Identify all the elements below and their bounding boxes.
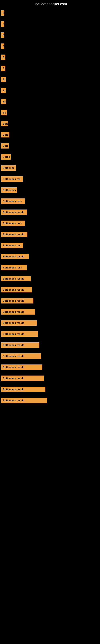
list-item: Bottleneck res xyxy=(1,176,100,182)
items-container: PEBBBoBoBoBoBoBoBottBottlBottBottleBottl… xyxy=(0,10,100,409)
list-item: Bottlenec xyxy=(1,165,100,171)
list-item: Bo xyxy=(1,77,100,82)
list-item: Bottleneck result xyxy=(1,287,100,292)
bottleneck-label: Bottl xyxy=(1,132,9,138)
bottleneck-label: B xyxy=(1,44,4,49)
bottleneck-label: Bo xyxy=(1,54,5,60)
bottleneck-label: Bottleneck result xyxy=(1,320,37,326)
list-item: Bottleneck resu xyxy=(1,265,100,270)
list-item: Bo xyxy=(1,54,100,60)
bottleneck-label: Bottleneck resu xyxy=(1,220,25,226)
list-item: B xyxy=(1,44,100,49)
list-item: Bottleneck result xyxy=(1,254,100,259)
bottleneck-label: Bottleneck result xyxy=(1,331,38,337)
bottleneck-label: Bo xyxy=(1,77,6,82)
bottleneck-label: Bottleneck result xyxy=(1,398,47,403)
bottleneck-label: Bo xyxy=(1,99,6,104)
bottleneck-label: Bottleneck result xyxy=(1,298,33,304)
list-item: Bottleneck result xyxy=(1,386,100,392)
list-item: Bottleneck result xyxy=(1,320,100,326)
list-item: Bottleneck result xyxy=(1,298,100,304)
list-item: Bottleneck result xyxy=(1,354,100,359)
bottleneck-label: Bott xyxy=(1,121,8,126)
bottleneck-label: Bottleneck result xyxy=(1,287,32,292)
bottleneck-label: Bottleneck result xyxy=(1,354,41,359)
bottleneck-label: Bottleneck result xyxy=(1,386,46,392)
bottleneck-label: B xyxy=(1,32,4,38)
bottleneck-label: Bo xyxy=(1,110,7,115)
bottleneck-label: Bo xyxy=(1,88,6,93)
list-item: Bo xyxy=(1,66,100,71)
list-item: B xyxy=(1,32,100,38)
bottleneck-label: Bottleneck resu xyxy=(1,265,27,270)
list-item: E xyxy=(1,21,100,27)
list-item: Bottl xyxy=(1,132,100,138)
bottleneck-label: Bottleneck result xyxy=(1,309,35,314)
list-item: Bottleneck result xyxy=(1,232,100,237)
list-item: Bottle xyxy=(1,154,100,160)
bottleneck-label: Bottle xyxy=(1,154,11,160)
list-item: Bott xyxy=(1,121,100,126)
bottleneck-label: Bottleneck result xyxy=(1,254,29,259)
list-item: Bo xyxy=(1,110,100,115)
bottleneck-label: Bottleneck resu xyxy=(1,198,25,204)
list-item: Bottleneck result xyxy=(1,276,100,281)
bottleneck-label: Bottleneck result xyxy=(1,364,42,370)
list-item: Bottleneck res xyxy=(1,243,100,248)
bottleneck-label: Bottleneck result xyxy=(1,376,44,381)
list-item: P xyxy=(1,10,100,16)
list-item: Bottleneck resu xyxy=(1,220,100,226)
bottleneck-label: Bottleneck result xyxy=(1,342,39,348)
bottleneck-label: Bottleneck xyxy=(1,187,17,193)
bottleneck-label: Bottleneck result xyxy=(1,232,27,237)
list-item: Bottleneck result xyxy=(1,210,100,215)
list-item: Bottleneck result xyxy=(1,309,100,314)
bottleneck-label: Bottleneck result xyxy=(1,210,27,215)
list-item: Bottleneck result xyxy=(1,331,100,337)
bottleneck-label: E xyxy=(1,21,4,27)
bottleneck-label: Bo xyxy=(1,66,5,71)
bottleneck-label: Bottleneck result xyxy=(1,276,31,281)
list-item: Bottleneck result xyxy=(1,364,100,370)
bottleneck-label: Bott xyxy=(1,143,9,148)
list-item: Bottleneck resu xyxy=(1,198,100,204)
list-item: Bottleneck result xyxy=(1,342,100,348)
list-item: Bottleneck result xyxy=(1,376,100,381)
bottleneck-label: P xyxy=(1,10,4,16)
list-item: Bo xyxy=(1,88,100,93)
list-item: Bottleneck result xyxy=(1,398,100,403)
list-item: Bott xyxy=(1,143,100,148)
list-item: Bo xyxy=(1,99,100,104)
site-title: TheBottlenecker.com xyxy=(0,0,100,10)
bottleneck-label: Bottlenec xyxy=(1,165,16,171)
bottleneck-label: Bottleneck res xyxy=(1,243,23,248)
list-item: Bottleneck xyxy=(1,187,100,193)
bottleneck-label: Bottleneck res xyxy=(1,176,23,182)
